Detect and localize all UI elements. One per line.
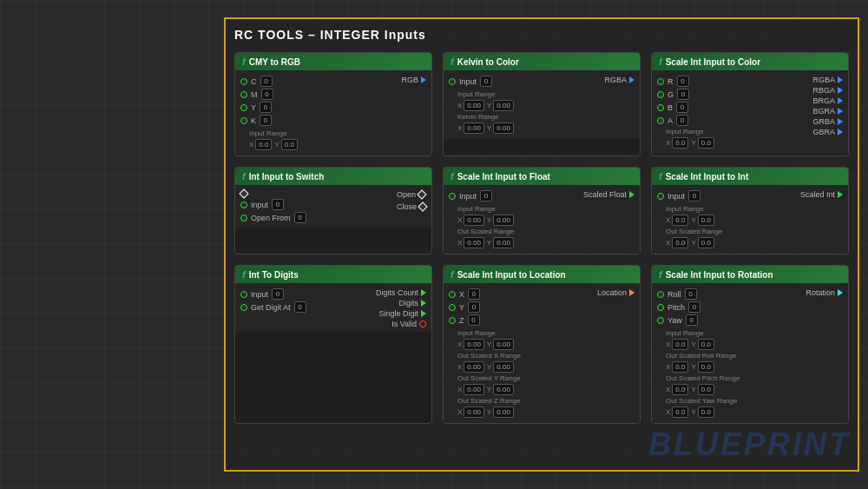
func-icon: f (242, 56, 246, 67)
node-int-switch: f Int Input to Switch Input 0 (234, 167, 432, 254)
pin-dot-y (240, 104, 247, 111)
node-header-scale-color: f Scale Int Input to Color (652, 53, 848, 70)
pin-y: Y 0 (449, 301, 480, 313)
node-scale-int-float: f Scale Int Input to Float Input 0 Scale… (443, 167, 641, 254)
func-icon: f (242, 269, 246, 280)
pin-dot-z (449, 317, 456, 324)
out-single-digit (421, 310, 426, 317)
pin-y: Y 0 (240, 102, 273, 113)
pin-roll: Roll 0 (657, 288, 700, 300)
pin-pitch: Pitch 0 (657, 301, 700, 313)
func-icon: f (450, 269, 454, 280)
pin-dot-roll (657, 291, 664, 298)
pin-dot-b (657, 104, 664, 111)
out-grba (838, 118, 843, 125)
pin-input: Input 0 (449, 190, 492, 202)
pin-g: G 0 (657, 89, 714, 100)
out-digits (421, 300, 426, 307)
node-title: Kelvin to Color (457, 57, 519, 67)
node-cmy-to-rgb: f CMY to RGB C 0 M 0 (234, 52, 432, 156)
out-location (629, 289, 635, 296)
pin-dot-r (657, 78, 664, 85)
node-header-location: f Scale Int Input to Location (444, 266, 640, 283)
out-close (418, 202, 427, 211)
func-icon: f (659, 171, 662, 182)
pin-dot (240, 304, 247, 311)
node-body: C 0 M 0 Y 0 (235, 70, 431, 155)
out-rbga (838, 87, 843, 94)
pin-dot (449, 78, 456, 85)
node-body: Input 0 RGBA Input Range X 0.00 Y (444, 70, 640, 139)
node-scale-int-int: f Scale Int Input to Int Input 0 Scaled … (651, 167, 849, 254)
node-scale-int-location: f Scale Int Input to Location X 0 Y (443, 265, 641, 424)
out-scaled-float (629, 191, 635, 198)
out-pin-rgb (421, 76, 426, 83)
pin-input: Input 0 (240, 288, 306, 300)
pin-dot (240, 291, 247, 298)
node-header-digits: f Int To Digits (235, 266, 431, 283)
out-is-valid (419, 320, 426, 327)
node-body: Input 0 Scaled Int Input Range X 0.0 Y (652, 185, 848, 254)
out-rgba (838, 76, 843, 83)
out-bgra (838, 108, 843, 115)
pin-z: Z 0 (449, 314, 480, 326)
node-title: Int To Digits (249, 270, 299, 280)
node-title: Int Input to Switch (249, 172, 325, 182)
node-scale-int-color: f Scale Int Input to Color R 0 G (651, 52, 849, 156)
func-icon: f (450, 56, 454, 67)
pin-dot (657, 193, 664, 200)
func-icon: f (659, 269, 662, 280)
node-header-kelvin: f Kelvin to Color (444, 53, 640, 70)
panel-title: RC TOOLS – INTEGER Inputs (234, 28, 849, 42)
node-body: Roll 0 Pitch 0 Yaw 0 (652, 283, 848, 423)
pin-dot-pitch (657, 304, 664, 311)
pin-dot-a (657, 117, 664, 124)
node-body: Input 0 Scaled Float Input Range X 0.00 … (444, 185, 640, 254)
node-title: Scale Int Input to Float (457, 172, 550, 182)
pin-r: R 0 (657, 76, 714, 87)
out-open (417, 189, 426, 199)
pin-x: X 0 (449, 288, 480, 300)
pin-digit-at: Get Digit At 0 (240, 301, 306, 313)
pin-input: Input 0 (449, 76, 492, 87)
exec-pin (240, 190, 306, 197)
node-title: Scale Int Input to Int (666, 172, 749, 182)
node-body: X 0 Y 0 Z 0 (444, 283, 640, 423)
out-pin-rgba (629, 76, 635, 83)
func-icon: f (659, 56, 662, 67)
node-body: R 0 G 0 B 0 (652, 70, 848, 154)
out-digits-count (421, 289, 426, 296)
node-kelvin-to-color: f Kelvin to Color Input 0 RGBA (443, 52, 641, 156)
exec-dot (239, 188, 248, 198)
pin-dot-y (449, 304, 456, 311)
out-rotation (838, 289, 843, 296)
pin-dot-c (240, 78, 247, 85)
node-title: CMY to RGB (249, 57, 300, 67)
node-body: Input 0 Open From 0 Open (235, 185, 431, 228)
func-icon: f (242, 171, 246, 182)
node-title: Scale Int Input to Location (457, 270, 566, 280)
pin-input: Input 0 (657, 190, 700, 202)
pin-k: K 0 (240, 115, 273, 126)
pin-dot (240, 202, 247, 208)
pin-dot-k (240, 117, 247, 124)
pin-yaw: Yaw 0 (657, 314, 700, 326)
range-input: X 0.0 Y 0.0 (249, 139, 426, 150)
pin-dot-m (240, 91, 247, 98)
node-header-int: f Scale Int Input to Int (652, 168, 848, 185)
pin-b: B 0 (657, 102, 714, 113)
node-header-rotation: f Scale Int Input to Rotation (652, 266, 848, 283)
pin-a: A 0 (657, 115, 714, 126)
node-header-switch: f Int Input to Switch (235, 168, 431, 185)
out-scaled-int (838, 191, 843, 198)
pin-dot-yaw (657, 317, 664, 324)
blueprint-watermark: BLUEPRINT (648, 426, 851, 463)
node-header-float: f Scale Int Input to Float (444, 168, 640, 185)
node-int-to-digits: f Int To Digits Input 0 Get Digit At (234, 265, 432, 424)
pin-c: C 0 (240, 76, 273, 87)
pin-dot (449, 193, 456, 200)
node-body: Input 0 Get Digit At 0 Digits Count (235, 283, 431, 332)
func-icon: f (450, 171, 454, 182)
out-gbra (838, 129, 843, 135)
pin-m: M 0 (240, 89, 273, 100)
